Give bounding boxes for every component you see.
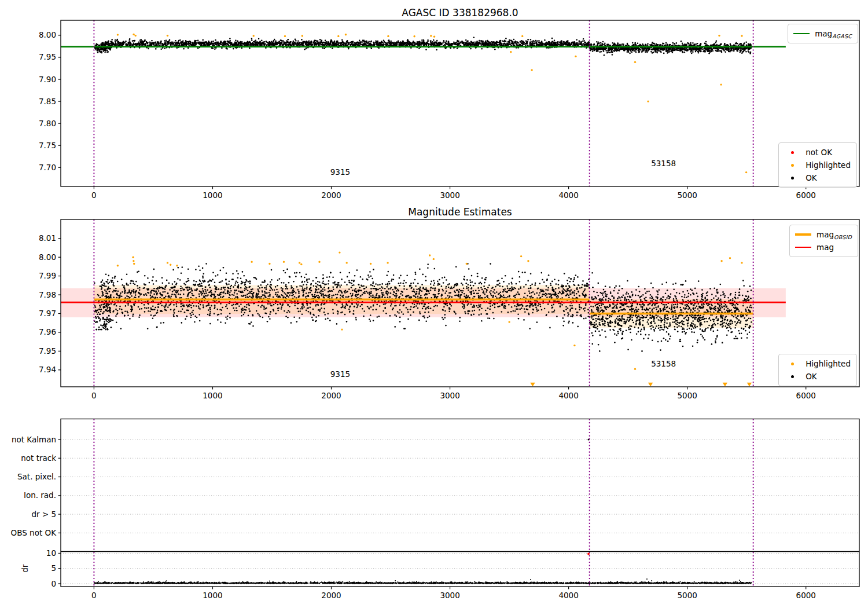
svg-text:7.94: 7.94 <box>39 365 56 374</box>
svg-text:7.70: 7.70 <box>39 163 56 172</box>
legend-marker-dot-icon <box>784 362 801 365</box>
svg-text:3000: 3000 <box>440 191 459 200</box>
highlighted-points <box>117 34 748 174</box>
svg-text:5000: 5000 <box>677 391 697 400</box>
svg-text:7.95: 7.95 <box>39 346 56 356</box>
charts-svg: 93155315801000200030004000500060008.007.… <box>0 0 868 608</box>
legend-line-swatch-icon <box>795 233 812 236</box>
svg-text:3000: 3000 <box>440 391 459 400</box>
legend-row: magAGASC <box>793 27 852 40</box>
svg-text:2000: 2000 <box>321 391 341 400</box>
legend-label: OK <box>806 372 816 381</box>
svg-text:1000: 1000 <box>203 191 222 200</box>
legend-top-mag: magAGASC <box>788 24 858 43</box>
svg-text:53158: 53158 <box>651 159 676 168</box>
legend-middle-lines: magOBSIDmag <box>789 225 858 257</box>
panel-middle: 931553158 <box>61 219 786 387</box>
svg-text:4000: 4000 <box>558 191 578 200</box>
legend-row: Highlighted <box>784 159 851 171</box>
middle-plot-title: Magnitude Estimates <box>61 206 859 218</box>
svg-text:8.00: 8.00 <box>39 252 56 262</box>
annotation-obsid-9315: 9315 <box>330 167 350 177</box>
svg-text:7.99: 7.99 <box>39 271 56 280</box>
svg-text:dr > 5: dr > 5 <box>31 510 56 519</box>
gridlines <box>61 439 859 584</box>
top-plot-title: AGASC ID 338182968.0 <box>61 7 859 19</box>
svg-text:5000: 5000 <box>677 191 697 200</box>
legend-middle-status: HighlightedOK <box>778 354 857 386</box>
panel-top: 931553158 <box>61 20 786 186</box>
obsid-boundary-lines <box>94 419 753 587</box>
legend-top-status: not OKHighlightedOK <box>778 142 857 188</box>
svg-text:OBS not OK: OBS not OK <box>11 528 57 537</box>
svg-text:0: 0 <box>91 391 97 400</box>
legend-label: mag <box>816 243 834 252</box>
figure: 93155315801000200030004000500060008.007.… <box>0 0 868 608</box>
svg-text:7.97: 7.97 <box>39 309 56 318</box>
svg-text:3000: 3000 <box>440 591 459 600</box>
svg-text:4000: 4000 <box>558 591 578 600</box>
legend-row: OK <box>784 370 851 383</box>
svg-text:Ion. rad.: Ion. rad. <box>24 490 56 500</box>
y-axis: not Kalmannot trackSat. pixel.Ion. rad.d… <box>11 435 61 588</box>
panel-bottom <box>61 419 859 587</box>
svg-text:Sat. pixel.: Sat. pixel. <box>17 472 56 481</box>
svg-text:1000: 1000 <box>203 391 222 400</box>
svg-text:not Kalman: not Kalman <box>12 435 56 444</box>
y-axis: 8.018.007.997.987.977.967.957.94 <box>39 233 61 374</box>
svg-text:2000: 2000 <box>321 591 341 600</box>
axes-spine <box>61 419 859 587</box>
svg-text:5000: 5000 <box>677 591 697 600</box>
svg-text:7.80: 7.80 <box>39 119 56 128</box>
legend-label: Highlighted <box>806 160 851 170</box>
svg-text:6000: 6000 <box>796 591 816 600</box>
svg-text:4000: 4000 <box>558 391 578 400</box>
annotation-obsid-53158: 53158 <box>651 159 676 168</box>
svg-text:0: 0 <box>51 579 56 588</box>
y-axis: 8.007.957.907.857.807.757.70 <box>39 30 61 171</box>
x-axis: 0100020003000400050006000 <box>91 587 816 600</box>
legend-marker-dot-icon <box>784 164 801 167</box>
svg-text:2000: 2000 <box>321 191 341 200</box>
svg-text:6000: 6000 <box>796 391 816 400</box>
legend-line-swatch-icon <box>793 33 810 35</box>
svg-text:dr: dr <box>20 564 30 573</box>
svg-text:53158: 53158 <box>651 359 676 368</box>
svg-text:6000: 6000 <box>796 191 816 200</box>
svg-text:5: 5 <box>51 563 56 573</box>
svg-text:7.95: 7.95 <box>39 52 56 61</box>
svg-text:7.85: 7.85 <box>39 97 56 106</box>
dr-points <box>94 578 752 584</box>
svg-text:0: 0 <box>91 591 97 600</box>
x-axis: 0100020003000400050006000 <box>91 186 816 200</box>
not-ok-points <box>587 553 590 555</box>
legend-label: not OK <box>806 148 832 157</box>
svg-text:7.90: 7.90 <box>39 75 56 84</box>
annotation-obsid-9315: 9315 <box>330 369 350 379</box>
legend-marker-dot-icon <box>784 151 801 154</box>
legend-row: OK <box>784 171 851 184</box>
svg-text:7.75: 7.75 <box>39 141 56 150</box>
legend-row: Highlighted <box>784 357 851 370</box>
x-axis: 0100020003000400050006000 <box>91 387 816 400</box>
svg-text:7.98: 7.98 <box>39 290 56 299</box>
legend-row: not OK <box>784 146 851 159</box>
svg-text:10: 10 <box>46 548 56 558</box>
legend-marker-dot-icon <box>784 177 801 180</box>
svg-text:8.01: 8.01 <box>39 233 56 243</box>
legend-row: magOBSID <box>795 228 852 241</box>
annotation-obsid-53158: 53158 <box>651 359 676 368</box>
legend-row: mag <box>795 241 852 254</box>
legend-label: magOBSID <box>816 230 852 239</box>
svg-text:7.96: 7.96 <box>39 327 56 336</box>
legend-label: Highlighted <box>806 359 851 368</box>
dr-axis-label: dr <box>20 564 30 573</box>
svg-text:9315: 9315 <box>330 167 350 177</box>
svg-text:8.00: 8.00 <box>39 30 56 39</box>
legend-line-swatch-icon <box>795 247 812 248</box>
svg-text:1000: 1000 <box>203 591 222 600</box>
svg-text:0: 0 <box>91 191 97 200</box>
clipped-low-markers <box>530 383 752 387</box>
legend-marker-dot-icon <box>784 375 801 378</box>
legend-label: magAGASC <box>815 29 852 38</box>
